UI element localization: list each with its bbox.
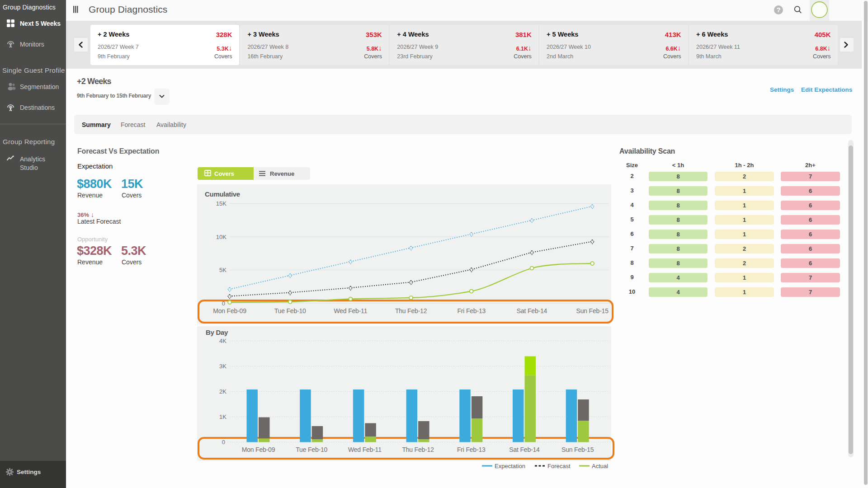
svg-text:Wed Feb-11: Wed Feb-11 [348, 446, 382, 453]
svg-text:Sun Feb-15: Sun Feb-15 [561, 446, 594, 453]
svg-text:Actual: Actual [592, 463, 608, 469]
svg-text:Mon Feb-09: Mon Feb-09 [242, 446, 275, 453]
svg-text:Tue Feb-10: Tue Feb-10 [296, 446, 327, 453]
svg-text:Forecast: Forecast [547, 463, 571, 469]
svg-text:Thu Feb-12: Thu Feb-12 [402, 446, 434, 453]
svg-text:Fri Feb-13: Fri Feb-13 [457, 446, 486, 453]
svg-text:2K: 2K [219, 388, 226, 395]
svg-text:3K: 3K [219, 363, 226, 370]
svg-text:0: 0 [222, 439, 225, 446]
svg-text:1K: 1K [219, 413, 226, 420]
svg-text:Sat Feb-14: Sat Feb-14 [509, 446, 540, 453]
svg-text:4K: 4K [219, 338, 226, 344]
svg-text:Expectation: Expectation [495, 463, 525, 469]
